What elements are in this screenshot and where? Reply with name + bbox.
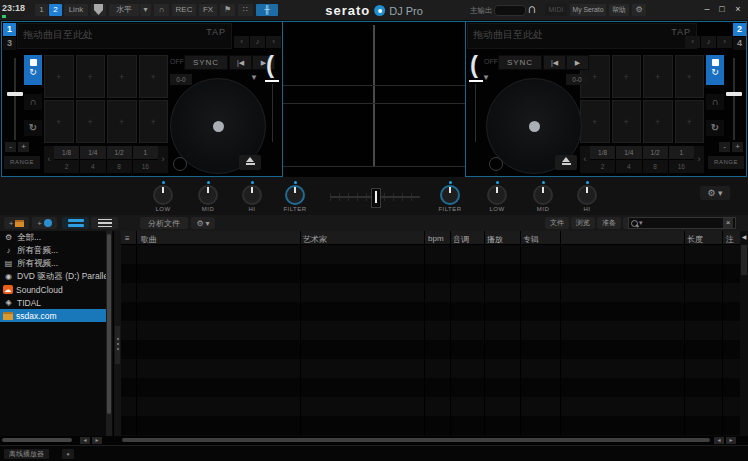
loop-size-button[interactable]: 2 <box>54 160 79 173</box>
track-title-area[interactable]: 拖动曲目至此处 TAP <box>467 23 697 49</box>
hot-cue-pad[interactable]: + <box>643 100 673 143</box>
offline-player-button[interactable]: 离线播放器 <box>4 449 49 459</box>
column-length[interactable]: 长度 <box>687 234 703 245</box>
cue-headphone-button[interactable]: ∩ <box>154 4 169 16</box>
midi-button[interactable]: MIDI <box>545 4 567 16</box>
status-record-icon[interactable]: ● <box>62 449 74 459</box>
status-column-icon[interactable]: ≡ <box>125 234 130 243</box>
library-settings-button[interactable]: ⚙▾ <box>191 217 215 229</box>
link-button[interactable]: Link <box>64 4 88 16</box>
files-panel-button[interactable]: 文件 <box>545 217 569 229</box>
sidebar-scroll-right-button[interactable]: ▸ <box>92 437 102 444</box>
column-album[interactable]: 专辑 <box>523 234 539 245</box>
deck4-select-button[interactable]: 4 <box>733 37 746 50</box>
pitch-slider-handle[interactable] <box>469 80 483 82</box>
minimize-button[interactable]: – <box>700 3 714 16</box>
play-button[interactable]: ▶ <box>566 55 589 70</box>
slip-button[interactable] <box>489 157 503 171</box>
view-horizontal-button[interactable] <box>62 217 89 229</box>
sidebar-item-all-audio[interactable]: ♪ 所有音频... <box>0 244 106 257</box>
add-crate-button[interactable]: + <box>4 217 29 229</box>
hot-cue-pad[interactable]: + <box>675 100 705 143</box>
eq-low-knob-right[interactable]: LOW <box>475 181 519 212</box>
nav-prev-button[interactable]: ‹ <box>685 36 700 48</box>
pitch-slider-handle[interactable] <box>265 80 279 82</box>
eject-button[interactable] <box>239 155 261 170</box>
library-scrollbar-left[interactable] <box>114 231 121 436</box>
search-box[interactable]: ▾ × <box>628 217 736 229</box>
hot-cue-pad[interactable]: + <box>612 55 642 98</box>
deck-layout-1-button[interactable]: 1 <box>35 4 48 16</box>
library-scrollbar-handle[interactable] <box>115 326 120 364</box>
sidebar-item-dvd-drive[interactable]: ◉ DVD 驱动器 (D:) Parallel ▲ <box>0 270 106 283</box>
loop-double-button[interactable]: › <box>158 146 168 173</box>
sampler-button[interactable]: ⚑ <box>220 4 235 16</box>
eq-mid-knob-right[interactable]: MID <box>521 181 565 212</box>
loop-mode-button[interactable]: ↻ <box>706 120 724 136</box>
sidebar-item-ssdax[interactable]: ssdax.com <box>0 309 106 322</box>
nav-prev-button[interactable]: ‹ <box>234 36 249 48</box>
track-title-area[interactable]: 拖动曲目至此处 TAP <box>17 23 232 49</box>
filter-knob-left[interactable]: FILTER <box>273 181 317 212</box>
tempo-fader-handle[interactable] <box>7 92 23 96</box>
range-button[interactable]: RANGE <box>4 156 40 169</box>
hot-cue-pad[interactable]: + <box>76 100 106 143</box>
column-key[interactable]: 音调 <box>453 234 469 245</box>
hot-cue-pad[interactable]: + <box>675 55 705 98</box>
beatjump-button[interactable]: 0-0 <box>170 74 192 85</box>
loop-size-button[interactable]: 4 <box>616 160 641 173</box>
display-mode-caret[interactable]: ▾ <box>140 4 151 16</box>
loop-size-button[interactable]: 1/4 <box>616 146 641 159</box>
library-scrollbar-right[interactable]: ◀ <box>740 231 748 436</box>
loop-halve-button[interactable]: ‹ <box>44 146 54 173</box>
range-button[interactable]: RANGE <box>708 156 744 169</box>
restore-button[interactable]: □ <box>715 3 729 16</box>
sidebar-scrollbar-handle[interactable] <box>107 234 111 414</box>
loop-size-button[interactable]: 1/4 <box>80 146 105 159</box>
range-minus-button[interactable]: - <box>719 142 730 152</box>
slip-button[interactable] <box>173 157 187 171</box>
analyze-files-button[interactable]: 分析文件 <box>140 217 188 229</box>
cue-mode-button[interactable]: ↻ <box>706 55 724 85</box>
hot-cue-pad[interactable]: + <box>44 55 74 98</box>
deck2-select-button[interactable]: 2 <box>733 23 746 36</box>
sidebar-item-all[interactable]: ⚙ 全部... <box>0 231 106 244</box>
loop-size-button[interactable]: 8 <box>107 160 132 173</box>
library-scrollbar-right-handle[interactable] <box>741 245 747 275</box>
column-song[interactable]: 歌曲 <box>141 234 157 245</box>
loop-mode-button[interactable]: ↻ <box>24 120 42 136</box>
loop-size-button[interactable]: 2 <box>590 160 615 173</box>
headphone-cue-button[interactable]: ∩ <box>24 94 42 110</box>
hot-cue-pad[interactable]: + <box>107 55 137 98</box>
filter-funnel-icon[interactable]: ▼ <box>482 73 490 82</box>
sidebar-item-tidal[interactable]: ◈ TIDAL <box>0 296 106 309</box>
sidebar-item-soundcloud[interactable]: ☁ SoundCloud <box>0 283 106 296</box>
hot-cue-pad[interactable]: + <box>580 100 610 143</box>
tap-tempo-button[interactable]: TAP <box>206 27 226 37</box>
cue-return-button[interactable]: |◀ <box>229 55 252 70</box>
hot-cue-pad[interactable]: + <box>76 55 106 98</box>
deck3-select-button[interactable]: 3 <box>3 37 16 50</box>
nav-next-button[interactable]: › <box>266 36 281 48</box>
cue-return-button[interactable]: |◀ <box>543 55 566 70</box>
eq-low-knob-left[interactable]: LOW <box>141 181 185 212</box>
sidebar-hscroll-handle[interactable] <box>2 438 72 442</box>
nav-note-button[interactable]: ♪ <box>250 36 265 48</box>
prepare-panel-button[interactable]: 准备 <box>597 217 621 229</box>
column-play[interactable]: 播放 <box>487 234 503 245</box>
deck-layout-2-button[interactable]: 2 <box>49 4 62 16</box>
beatjump-button[interactable]: 0-0 <box>566 74 588 85</box>
loop-size-button[interactable]: 1 <box>133 146 158 159</box>
hot-cue-pad[interactable]: + <box>612 100 642 143</box>
loop-double-button[interactable]: › <box>694 146 704 173</box>
hot-cue-pad[interactable]: + <box>107 100 137 143</box>
loop-size-button[interactable]: 16 <box>133 160 158 173</box>
mixer-settings-button[interactable]: ⚙ ▾ <box>700 186 730 200</box>
sync-button[interactable]: SYNC <box>184 55 228 70</box>
loop-size-button[interactable]: 1/2 <box>643 146 668 159</box>
view-list-button[interactable] <box>91 217 118 229</box>
eq-hi-knob-left[interactable]: HI <box>230 181 274 212</box>
loop-size-button[interactable]: 1/8 <box>590 146 615 159</box>
sync-off-button[interactable]: OFF <box>170 58 184 65</box>
cue-mode-button[interactable]: ↻ <box>24 55 42 85</box>
